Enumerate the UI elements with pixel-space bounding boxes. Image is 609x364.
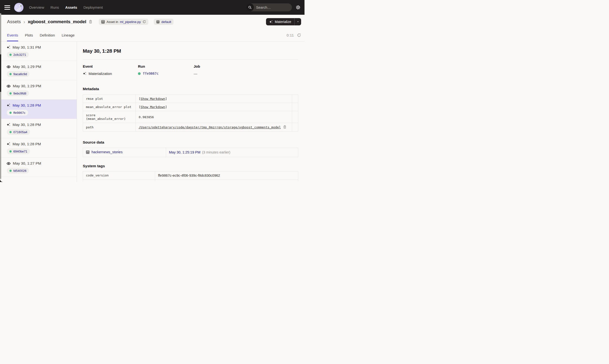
run-id-pill[interactable]: 2cfc3271: [7, 52, 29, 58]
metadata-heading: Metadata: [83, 87, 298, 91]
run-status-dot: [9, 170, 12, 172]
nav-link-deployment[interactable]: Deployment: [83, 5, 103, 9]
event-timestamp: May 30, 1:27 PM: [13, 161, 41, 166]
metadata-key: mean_absolute_error plot: [83, 103, 136, 111]
job-value: —: [194, 72, 197, 76]
show-markdown-link[interactable]: Show Markdown: [141, 105, 165, 109]
asset-definition-badge: Asset in ml_pipeline.py: [99, 19, 148, 25]
run-status-dot: [9, 54, 12, 56]
copy-path-icon[interactable]: [283, 125, 287, 129]
metadata-table: rmse plot[Show Markdown]mean_absolute_er…: [83, 94, 298, 131]
run-id: fd540026: [13, 169, 26, 173]
reload-definitions-icon[interactable]: [143, 20, 146, 24]
run-id-pill[interactable]: fd540026: [7, 168, 29, 174]
metadata-key: score (mean_absolute_error): [83, 111, 136, 123]
event-list-item[interactable]: May 30, 1:28 PMffe9867c: [0, 100, 77, 119]
breadcrumb-separator: ›: [24, 19, 25, 25]
global-search[interactable]: /: [246, 3, 292, 11]
copy-asset-name-icon[interactable]: [89, 20, 93, 24]
nav-link-runs[interactable]: Runs: [51, 5, 59, 9]
hamburger-menu-icon[interactable]: [4, 5, 10, 10]
settings-gear-icon[interactable]: [296, 5, 301, 10]
run-status-dot: [9, 73, 12, 75]
run-status-dot: [9, 112, 12, 114]
event-list-item[interactable]: May 30, 1:27 PMfd540026: [0, 157, 77, 177]
run-id: 2cfc3271: [13, 53, 26, 57]
run-id: 9ebc9fd8: [13, 91, 26, 95]
repository-link[interactable]: default: [161, 20, 171, 24]
materialization-icon: [7, 104, 10, 107]
event-list-item[interactable]: May 30, 1:28 PM6940be71: [0, 138, 77, 157]
materialization-icon: [83, 72, 86, 75]
metadata-row: mean_absolute_error plot[Show Markdown]: [83, 103, 298, 111]
dagster-app-window: OverviewRunsAssetsDeployment / Assets › …: [0, 0, 304, 182]
run-id-pill[interactable]: ffe9867c: [7, 110, 28, 116]
event-list-item[interactable]: May 30, 1:28 PM071605a4: [0, 119, 77, 138]
nav-link-overview[interactable]: Overview: [29, 5, 44, 9]
tab-plots[interactable]: Plots: [25, 29, 33, 41]
event-timestamp: May 30, 1:29 PM: [13, 65, 41, 69]
search-input[interactable]: [254, 6, 292, 9]
metadata-row-gutter: [292, 95, 298, 103]
observation-icon: [7, 161, 11, 166]
event-detail-panel: May 30, 1:28 PM Event Materialization Ru…: [77, 41, 304, 182]
event-label: Event: [83, 64, 138, 68]
dagster-logo[interactable]: [14, 3, 24, 12]
event-list-item[interactable]: May 30, 1:29 PM9ebc9fd8: [0, 80, 77, 100]
materialize-button[interactable]: Materialize: [266, 18, 294, 25]
chevron-down-icon: [297, 21, 299, 23]
refresh-icon[interactable]: [297, 33, 301, 37]
event-type-value: Materialization: [89, 72, 112, 76]
run-id-pill[interactable]: 6940be71: [7, 148, 30, 154]
event-list-item[interactable]: May 30, 1:31 PM2cfc3271: [0, 41, 77, 61]
source-data-heading: Source data: [83, 140, 298, 144]
source-timestamp-link[interactable]: May 30, 1:25:19 PM: [169, 150, 200, 154]
tab-definition[interactable]: Definition: [40, 29, 55, 41]
metadata-value: [Show Markdown]: [136, 95, 292, 103]
event-list: May 30, 1:31 PM2cfc3271May 30, 1:29 PM9a…: [0, 41, 77, 182]
metadata-row-gutter: [292, 111, 298, 123]
source-asset-link[interactable]: hackernews_stories: [86, 150, 123, 154]
observation-icon: [7, 84, 11, 88]
refresh-timer: 0:11: [287, 33, 294, 37]
window-edge-strip: [0, 13, 1, 182]
event-list-item[interactable]: May 30, 1:29 PM9aca6c9d: [0, 61, 77, 80]
show-markdown-link[interactable]: Show Markdown: [141, 97, 165, 101]
metadata-row: path/Users/odetteharary/code/dagster/tmp…: [83, 123, 298, 131]
run-id-pill[interactable]: 9aca6c9d: [7, 71, 29, 77]
run-status-dot: [9, 150, 12, 153]
event-detail-title: May 30, 1:28 PM: [83, 48, 298, 54]
metadata-key: path: [83, 123, 136, 131]
run-id: 071605a4: [13, 130, 27, 134]
job-label: Job: [194, 64, 298, 68]
run-link[interactable]: ffe9867c: [143, 72, 159, 75]
run-id-pill[interactable]: 9ebc9fd8: [7, 91, 29, 96]
sparkle-icon: [269, 20, 273, 24]
nav-link-assets[interactable]: Assets: [65, 5, 77, 9]
metadata-key: rmse plot: [83, 95, 136, 103]
materialize-label: Materialize: [275, 20, 291, 24]
run-id: 9aca6c9d: [13, 72, 27, 76]
materialization-icon: [7, 45, 10, 49]
materialize-dropdown-button[interactable]: [295, 18, 301, 25]
top-nav: OverviewRunsAssetsDeployment /: [0, 0, 304, 15]
metadata-row: rmse plot[Show Markdown]: [83, 95, 298, 103]
page-title: xgboost_comments_model: [28, 19, 86, 25]
source-data-row: hackernews_storiesMay 30, 1:25:19 PM(3 m…: [83, 148, 298, 157]
event-timestamp: May 30, 1:28 PM: [13, 103, 41, 107]
event-timestamp: May 30, 1:28 PM: [13, 123, 41, 127]
run-id: ffe9867c: [13, 111, 25, 115]
breadcrumb-row: Assets › xgboost_comments_model Asset in…: [0, 15, 304, 29]
run-id-pill[interactable]: 071605a4: [7, 129, 30, 135]
breadcrumb-assets-link[interactable]: Assets: [7, 19, 21, 25]
metadata-row-gutter: [292, 123, 298, 131]
repository-icon: [156, 20, 160, 24]
tab-lineage[interactable]: Lineage: [62, 29, 75, 41]
code-file-link[interactable]: ml_pipeline.py: [120, 20, 141, 24]
path-link[interactable]: /Users/odetteharary/code/dagster/tmp_0mz…: [139, 125, 281, 129]
run-id: 6940be71: [13, 150, 27, 153]
tab-events[interactable]: Events: [7, 29, 18, 41]
run-status-dot: [138, 72, 141, 75]
event-timestamp: May 30, 1:28 PM: [13, 142, 41, 146]
source-data-table: hackernews_storiesMay 30, 1:25:19 PM(3 m…: [83, 148, 298, 157]
